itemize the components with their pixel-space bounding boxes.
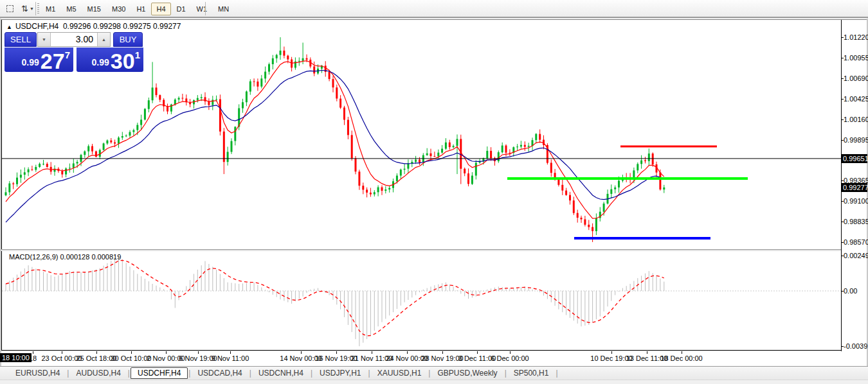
- tab-separator: |: [128, 369, 130, 378]
- toolbar-grip[interactable]: [37, 3, 39, 15]
- tf-button-w1[interactable]: W1: [192, 3, 213, 15]
- macd-histogram: [6, 256, 664, 346]
- chart-tab-xauusd[interactable]: XAUUSD,H1: [371, 368, 428, 378]
- volume-decrease-button[interactable]: ▼: [38, 33, 51, 46]
- tf-button-m30[interactable]: M30: [107, 3, 131, 15]
- arrange-charts-button[interactable]: ⇅ ▼: [18, 2, 37, 15]
- chart-tab-usdchf[interactable]: USDCHF,H4: [131, 367, 188, 379]
- volume-input[interactable]: 3.00: [51, 33, 97, 46]
- price-axis-label: 0.98570: [844, 238, 868, 246]
- date-axis-tick: [611, 351, 612, 354]
- sell-price-panel[interactable]: 0.99 27 7: [5, 48, 73, 72]
- chart-tab-usdcnh[interactable]: USDCNH,H4: [252, 368, 310, 378]
- selection-box-button[interactable]: [3, 2, 17, 15]
- date-axis-tick: [131, 351, 132, 354]
- selection-box-icon: [6, 5, 14, 12]
- collapse-arrow-icon[interactable]: ▲: [6, 24, 12, 30]
- tab-separator: |: [368, 369, 370, 378]
- price-axis-label: 0.98835: [844, 218, 868, 225]
- date-axis-tick: [336, 351, 337, 354]
- date-axis-label: 9 Nov 11:00: [212, 354, 249, 362]
- date-axis-tick: [442, 351, 443, 354]
- date-axis-tick: [407, 351, 408, 354]
- date-axis-label: 28 Nov 19:00: [421, 354, 463, 362]
- sell-button[interactable]: SELL: [5, 32, 37, 47]
- dropdown-caret-icon[interactable]: ▼: [30, 6, 34, 11]
- chart-tab-eurusd[interactable]: EURUSD,H4: [9, 368, 66, 378]
- buy-price-sup: 1: [135, 49, 140, 60]
- volume-increase-button[interactable]: ▲: [97, 33, 110, 46]
- date-axis-tick: [230, 351, 231, 354]
- toolbar-separator: [35, 2, 36, 15]
- tf-button-h4[interactable]: H4: [151, 3, 170, 15]
- macd-canvas[interactable]: [2, 251, 841, 351]
- sell-price-base: 0.99: [22, 57, 39, 67]
- tab-separator: |: [67, 369, 69, 378]
- date-axis-tick: [372, 351, 372, 354]
- chart-tab-usdcad[interactable]: USDCAD,H4: [191, 368, 248, 378]
- date-axis-label: 18: [29, 354, 37, 362]
- date-axis-tick: [510, 351, 511, 354]
- price-axis[interactable]: [841, 20, 868, 366]
- chart-title: ▲USDCHF,H4 0.99296 0.99298 0.99275 0.992…: [6, 22, 181, 31]
- tf-button-m5[interactable]: M5: [61, 3, 81, 15]
- price-axis-highlight: 0.99277: [842, 183, 867, 192]
- status-bar: [0, 380, 868, 384]
- sell-price-sup: 7: [65, 49, 70, 60]
- date-axis-tick: [682, 351, 682, 354]
- buy-price-big: 30: [111, 52, 135, 70]
- chart-tab-gbpusd[interactable]: GBPUSD,Weekly: [431, 368, 503, 378]
- chart-tab-sp500[interactable]: SP500,H1: [507, 368, 556, 378]
- price-axis-highlight: 0.99651: [842, 154, 867, 163]
- date-axis-tick: [477, 351, 478, 354]
- volume-spinner: ▼ 3.00 ▲: [37, 32, 111, 47]
- date-axis-tick: [301, 351, 302, 354]
- tab-separator: |: [188, 369, 190, 378]
- date-axis-label: 30 Oct 10:00: [111, 354, 152, 362]
- tab-separator: |: [556, 369, 557, 378]
- tf-button-m1[interactable]: M1: [41, 3, 60, 15]
- price-axis-label: 1.00425: [844, 95, 868, 103]
- chart-symbol-label: USDCHF,H4: [15, 22, 59, 31]
- window-left-border: [0, 19, 1, 366]
- mt4-window: { "toolbar": { "sort_icon_glyph": "⇅", "…: [0, 0, 868, 384]
- tf-button-mn[interactable]: MN: [213, 3, 234, 15]
- tf-button-h1[interactable]: H1: [131, 3, 150, 15]
- date-axis-tick: [198, 351, 199, 354]
- date-axis-tick: [62, 351, 62, 354]
- chart-tab-audusd[interactable]: AUDUSD,H4: [69, 368, 127, 378]
- sort-arrows-icon: ⇅: [21, 4, 28, 13]
- tab-separator: |: [249, 369, 251, 378]
- macd-pane[interactable]: [1, 251, 841, 351]
- date-axis-tick: [647, 351, 647, 354]
- chart-tabs-bar: EURUSD,H4|AUDUSD,H4|USDCHF,H4|USDCAD,H4|…: [0, 367, 868, 380]
- macd-axis-label: 0.00: [844, 287, 857, 295]
- top-toolbar: ⇅ ▼ M1M5M15M30H1H4D1W1MN: [0, 0, 868, 18]
- date-axis-label: 6 Dec 00:00: [491, 354, 529, 362]
- price-axis-label: 1.00955: [844, 54, 868, 62]
- tf-button-d1[interactable]: D1: [172, 3, 191, 15]
- date-axis-tick: [96, 351, 97, 354]
- sell-price-big: 27: [41, 52, 65, 70]
- price-axis-label: 1.00690: [844, 74, 868, 82]
- macd-axis-label: -0.003913: [844, 342, 868, 350]
- price-axis-label: 1.01220: [844, 33, 868, 41]
- chart-tab-usdjpy[interactable]: USDJPY,H1: [313, 368, 367, 378]
- toolbar-separator: [205, 2, 206, 15]
- macd-axis-label: 0.002492: [844, 252, 868, 259]
- buy-price-panel[interactable]: 0.99 30 1: [77, 48, 143, 72]
- buy-button[interactable]: BUY: [113, 32, 143, 47]
- date-axis-tick: [33, 351, 33, 354]
- date-axis-label: 18 Dec 00:00: [660, 354, 702, 362]
- tab-separator: |: [428, 369, 430, 378]
- price-axis-label: 0.99100: [844, 197, 868, 205]
- tf-button-m15[interactable]: M15: [82, 3, 106, 15]
- tab-separator: |: [505, 369, 507, 378]
- price-axis-label: 1.00160: [844, 116, 868, 123]
- macd-indicator-label: MACD(12,26,9) 0.000128 0.000819: [9, 253, 121, 261]
- date-axis-tick: [166, 351, 167, 354]
- date-axis-highlight: 18 10:00: [0, 353, 32, 362]
- tab-separator: |: [311, 369, 312, 378]
- chart-ohlc-values: 0.99296 0.99298 0.99275 0.99277: [63, 22, 181, 31]
- buy-price-base: 0.99: [92, 57, 109, 67]
